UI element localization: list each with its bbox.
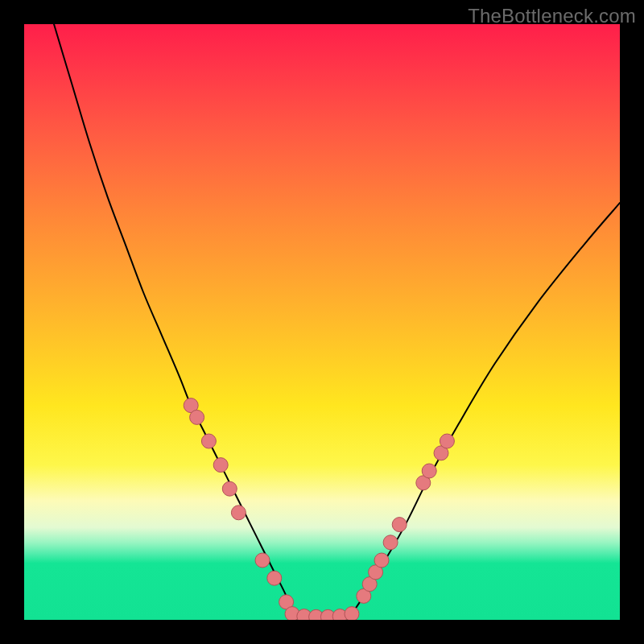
- bottleneck-curve: [54, 24, 620, 617]
- plot-area: [24, 24, 620, 620]
- data-dot-left: [255, 553, 270, 568]
- data-dot-right: [383, 535, 398, 550]
- data-dot-left: [267, 571, 282, 585]
- data-dot-left: [190, 410, 204, 424]
- chart-frame: TheBottleneck.com: [0, 0, 644, 644]
- data-dot-right: [374, 553, 389, 568]
- data-dot-left: [201, 434, 216, 448]
- data-dot-right: [422, 464, 436, 478]
- curves-group: [54, 24, 620, 617]
- data-dot-bottom: [345, 607, 359, 620]
- data-dot-left: [222, 481, 237, 496]
- data-dot-right: [392, 518, 407, 532]
- data-dot-left: [231, 506, 246, 520]
- bottleneck-chart: [24, 24, 620, 620]
- data-dot-left: [213, 458, 228, 473]
- data-dot-right: [440, 434, 454, 448]
